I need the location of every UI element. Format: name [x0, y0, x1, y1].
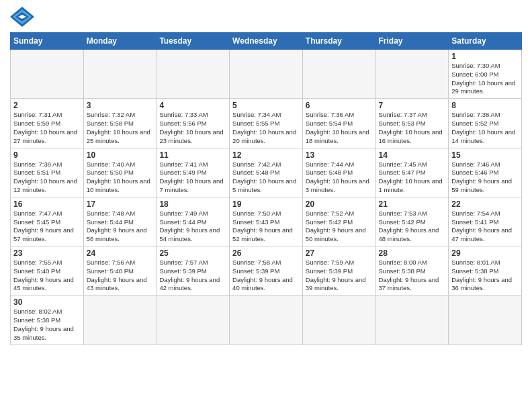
calendar-cell: 13Sunrise: 7:44 AM Sunset: 5:48 PM Dayli…: [302, 148, 375, 197]
day-number: 5: [232, 101, 300, 110]
weekday-header-wednesday: Wednesday: [230, 33, 303, 50]
header: [10, 7, 522, 27]
calendar-cell: 26Sunrise: 7:58 AM Sunset: 5:39 PM Dayli…: [230, 246, 303, 295]
day-number: 15: [451, 150, 519, 160]
day-info: Sunrise: 7:33 AM Sunset: 5:56 PM Dayligh…: [159, 111, 226, 145]
calendar-table: SundayMondayTuesdayWednesdayThursdayFrid…: [10, 32, 522, 345]
day-info: Sunrise: 7:37 AM Sunset: 5:53 PM Dayligh…: [379, 111, 446, 145]
day-number: 21: [379, 199, 446, 209]
weekday-header-thursday: Thursday: [302, 33, 375, 50]
day-info: Sunrise: 7:47 AM Sunset: 5:45 PM Dayligh…: [13, 210, 81, 244]
day-number: 23: [13, 248, 81, 258]
day-info: Sunrise: 8:01 AM Sunset: 5:38 PM Dayligh…: [451, 259, 519, 293]
calendar-cell: 14Sunrise: 7:45 AM Sunset: 5:47 PM Dayli…: [375, 148, 449, 197]
day-info: Sunrise: 7:50 AM Sunset: 5:43 PM Dayligh…: [232, 210, 300, 244]
day-info: Sunrise: 7:41 AM Sunset: 5:49 PM Dayligh…: [159, 161, 226, 195]
day-number: 27: [306, 248, 373, 258]
day-number: 2: [13, 101, 81, 110]
calendar-cell: 16Sunrise: 7:47 AM Sunset: 5:45 PM Dayli…: [11, 197, 84, 246]
calendar-cell: 18Sunrise: 7:49 AM Sunset: 5:44 PM Dayli…: [157, 197, 230, 246]
calendar-cell: 5Sunrise: 7:34 AM Sunset: 5:55 PM Daylig…: [230, 99, 303, 148]
calendar-cell: 2Sunrise: 7:31 AM Sunset: 5:59 PM Daylig…: [11, 99, 84, 148]
day-number: 3: [87, 101, 154, 110]
calendar-cell: 27Sunrise: 7:59 AM Sunset: 5:39 PM Dayli…: [302, 246, 375, 295]
weekday-header-monday: Monday: [83, 33, 157, 50]
page: SundayMondayTuesdayWednesdayThursdayFrid…: [0, 0, 532, 352]
day-info: Sunrise: 7:45 AM Sunset: 5:47 PM Dayligh…: [379, 161, 446, 195]
day-number: 29: [451, 248, 519, 258]
day-info: Sunrise: 7:38 AM Sunset: 5:52 PM Dayligh…: [451, 111, 519, 145]
calendar-cell: 11Sunrise: 7:41 AM Sunset: 5:49 PM Dayli…: [157, 148, 230, 197]
calendar-cell: [157, 295, 230, 345]
calendar-cell: 22Sunrise: 7:54 AM Sunset: 5:41 PM Dayli…: [449, 197, 522, 246]
day-number: 25: [159, 248, 226, 258]
calendar-week-row: 16Sunrise: 7:47 AM Sunset: 5:45 PM Dayli…: [11, 197, 522, 246]
calendar-cell: [83, 295, 157, 345]
day-info: Sunrise: 7:39 AM Sunset: 5:51 PM Dayligh…: [13, 161, 81, 195]
day-number: 10: [87, 150, 154, 160]
calendar-cell: 29Sunrise: 8:01 AM Sunset: 5:38 PM Dayli…: [449, 246, 522, 295]
calendar-cell: [449, 295, 522, 345]
logo: [10, 7, 37, 27]
calendar-cell: [83, 50, 157, 99]
calendar-week-row: 1Sunrise: 7:30 AM Sunset: 6:00 PM Daylig…: [11, 50, 522, 99]
day-info: Sunrise: 7:32 AM Sunset: 5:58 PM Dayligh…: [87, 111, 154, 145]
day-info: Sunrise: 7:52 AM Sunset: 5:42 PM Dayligh…: [306, 210, 373, 244]
day-number: 22: [451, 199, 519, 209]
day-number: 12: [232, 150, 300, 160]
day-info: Sunrise: 7:55 AM Sunset: 5:40 PM Dayligh…: [13, 259, 81, 293]
calendar-cell: 15Sunrise: 7:46 AM Sunset: 5:46 PM Dayli…: [449, 148, 522, 197]
calendar-cell: 9Sunrise: 7:39 AM Sunset: 5:51 PM Daylig…: [11, 148, 84, 197]
weekday-header-saturday: Saturday: [449, 33, 522, 50]
calendar-cell: [302, 295, 375, 345]
calendar-cell: 20Sunrise: 7:52 AM Sunset: 5:42 PM Dayli…: [302, 197, 375, 246]
calendar-cell: 7Sunrise: 7:37 AM Sunset: 5:53 PM Daylig…: [375, 99, 449, 148]
calendar-week-row: 9Sunrise: 7:39 AM Sunset: 5:51 PM Daylig…: [11, 148, 522, 197]
day-info: Sunrise: 7:59 AM Sunset: 5:39 PM Dayligh…: [306, 259, 373, 293]
logo-icon: [10, 7, 34, 27]
day-number: 11: [159, 150, 226, 160]
day-number: 30: [13, 298, 81, 307]
calendar-cell: 24Sunrise: 7:56 AM Sunset: 5:40 PM Dayli…: [83, 246, 157, 295]
calendar-cell: [375, 295, 449, 345]
calendar-cell: 25Sunrise: 7:57 AM Sunset: 5:39 PM Dayli…: [157, 246, 230, 295]
day-number: 26: [232, 248, 300, 258]
day-number: 24: [87, 248, 154, 258]
weekday-header-row: SundayMondayTuesdayWednesdayThursdayFrid…: [11, 33, 522, 50]
calendar-cell: 3Sunrise: 7:32 AM Sunset: 5:58 PM Daylig…: [83, 99, 157, 148]
calendar-week-row: 23Sunrise: 7:55 AM Sunset: 5:40 PM Dayli…: [11, 246, 522, 295]
day-info: Sunrise: 7:30 AM Sunset: 6:00 PM Dayligh…: [451, 62, 519, 96]
calendar-cell: [375, 50, 449, 99]
day-number: 28: [379, 248, 446, 258]
day-info: Sunrise: 7:56 AM Sunset: 5:40 PM Dayligh…: [87, 259, 154, 293]
calendar-cell: [302, 50, 375, 99]
day-number: 19: [232, 199, 300, 209]
day-info: Sunrise: 8:02 AM Sunset: 5:38 PM Dayligh…: [13, 308, 81, 342]
day-number: 20: [306, 199, 373, 209]
calendar-cell: 30Sunrise: 8:02 AM Sunset: 5:38 PM Dayli…: [11, 295, 84, 345]
day-number: 16: [13, 199, 81, 209]
weekday-header-friday: Friday: [375, 33, 449, 50]
calendar-cell: [11, 50, 84, 99]
calendar-cell: 1Sunrise: 7:30 AM Sunset: 6:00 PM Daylig…: [449, 50, 522, 99]
day-number: 6: [306, 101, 373, 110]
day-info: Sunrise: 7:36 AM Sunset: 5:54 PM Dayligh…: [306, 111, 373, 145]
day-number: 1: [451, 52, 519, 61]
day-info: Sunrise: 7:54 AM Sunset: 5:41 PM Dayligh…: [451, 210, 519, 244]
day-number: 17: [87, 199, 154, 209]
calendar-cell: 12Sunrise: 7:42 AM Sunset: 5:48 PM Dayli…: [230, 148, 303, 197]
calendar-week-row: 30Sunrise: 8:02 AM Sunset: 5:38 PM Dayli…: [11, 295, 522, 345]
day-info: Sunrise: 7:42 AM Sunset: 5:48 PM Dayligh…: [232, 161, 300, 195]
day-number: 4: [159, 101, 226, 110]
day-number: 7: [379, 101, 446, 110]
weekday-header-tuesday: Tuesday: [157, 33, 230, 50]
day-number: 9: [13, 150, 81, 160]
calendar-week-row: 2Sunrise: 7:31 AM Sunset: 5:59 PM Daylig…: [11, 99, 522, 148]
day-number: 8: [451, 101, 519, 110]
calendar-cell: 4Sunrise: 7:33 AM Sunset: 5:56 PM Daylig…: [157, 99, 230, 148]
day-number: 13: [306, 150, 373, 160]
calendar-cell: [230, 50, 303, 99]
calendar-cell: 21Sunrise: 7:53 AM Sunset: 5:42 PM Dayli…: [375, 197, 449, 246]
day-info: Sunrise: 7:40 AM Sunset: 5:50 PM Dayligh…: [87, 161, 154, 195]
day-number: 18: [159, 199, 226, 209]
